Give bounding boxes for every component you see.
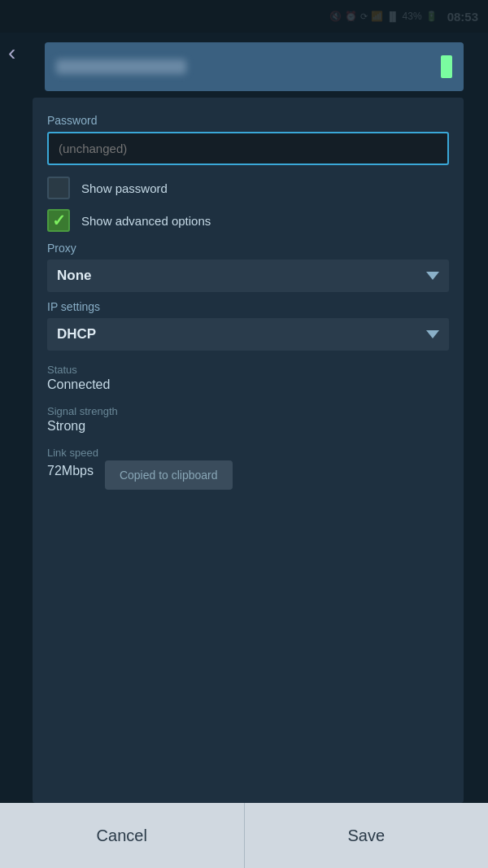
proxy-label: Proxy bbox=[47, 242, 449, 255]
link-speed-label: Link speed bbox=[47, 447, 449, 459]
status-value: Connected bbox=[47, 377, 449, 392]
signal-strength-label: Signal strength bbox=[47, 405, 449, 417]
status-section: Status Connected bbox=[47, 364, 449, 392]
link-speed-row: 72Mbps Copied to clipboard bbox=[47, 460, 449, 490]
save-button[interactable]: Save bbox=[245, 803, 489, 868]
password-label: Password bbox=[47, 114, 449, 127]
signal-strength-value: Strong bbox=[47, 419, 449, 434]
checkmark-icon: ✓ bbox=[52, 212, 66, 229]
link-speed-section: Link speed 72Mbps Copied to clipboard bbox=[47, 447, 449, 490]
show-advanced-label: Show advanced options bbox=[81, 214, 211, 228]
ip-settings-dropdown[interactable]: DHCP bbox=[47, 318, 449, 351]
show-password-label: Show password bbox=[81, 181, 168, 195]
proxy-dropdown[interactable]: None bbox=[47, 260, 449, 292]
proxy-dropdown-arrow bbox=[426, 272, 439, 280]
ip-settings-value: DHCP bbox=[57, 326, 96, 342]
ip-settings-label: IP settings bbox=[47, 300, 449, 313]
show-password-row[interactable]: Show password bbox=[47, 177, 449, 199]
wifi-name-blurred bbox=[56, 59, 186, 74]
wifi-signal-indicator bbox=[441, 55, 452, 78]
bottom-buttons: Cancel Save bbox=[0, 803, 488, 868]
clipboard-toast: Copied to clipboard bbox=[105, 460, 233, 490]
signal-strength-section: Signal strength Strong bbox=[47, 405, 449, 434]
cancel-button[interactable]: Cancel bbox=[0, 803, 245, 868]
show-password-checkbox[interactable] bbox=[47, 177, 70, 199]
wifi-header bbox=[45, 42, 464, 91]
back-button[interactable]: ‹ bbox=[8, 40, 15, 66]
proxy-value: None bbox=[57, 268, 92, 284]
show-advanced-checkbox[interactable]: ✓ bbox=[47, 209, 70, 232]
ip-dropdown-arrow bbox=[426, 330, 439, 338]
status-label: Status bbox=[47, 364, 449, 376]
password-input[interactable] bbox=[47, 132, 449, 165]
link-speed-value: 72Mbps bbox=[47, 464, 94, 478]
toast-text: Copied to clipboard bbox=[120, 469, 218, 482]
show-advanced-row[interactable]: ✓ Show advanced options bbox=[47, 209, 449, 232]
link-speed-block: 72Mbps bbox=[47, 464, 94, 490]
wifi-settings-dialog: Password Show password ✓ Show advanced o… bbox=[33, 98, 464, 803]
